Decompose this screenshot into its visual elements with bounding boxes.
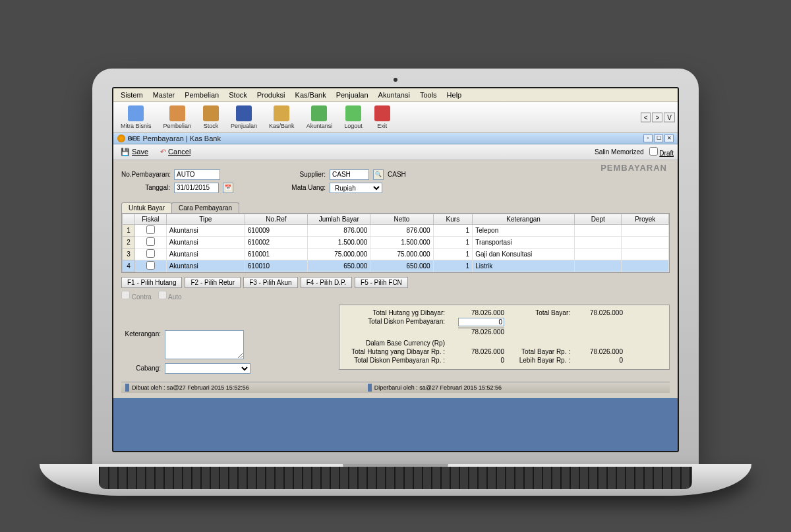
payment-grid[interactable]: Fiskal Tipe No.Ref Jumlah Bayar Netto Ku… — [121, 213, 670, 273]
tool-pembelian[interactable]: Pembelian — [158, 103, 198, 131]
supplier-name: CASH — [388, 171, 406, 178]
bag-icon — [236, 105, 252, 121]
hutang-rp-label: Total Hutang yang Dibayar Rp. : — [346, 348, 445, 355]
books-icon — [169, 105, 185, 121]
total-diskon-input[interactable]: 0 — [458, 318, 504, 326]
menu-sistem[interactable]: Sistem — [116, 90, 148, 100]
tanggal-label: Tanggal: — [121, 184, 170, 191]
menubar: Sistem Master Pembelian Stock Produksi K… — [113, 88, 678, 102]
fiskal-checkbox[interactable] — [146, 225, 155, 234]
cancel-button[interactable]: ↶Cancel — [157, 146, 194, 158]
col-kurs[interactable]: Kurs — [433, 214, 473, 224]
table-row[interactable]: 3Akuntansi61000175.000.00075.000.0001Gaj… — [123, 248, 669, 260]
base-currency-header: Dalam Base Currency (Rp) — [346, 340, 445, 347]
menu-produksi[interactable]: Produksi — [252, 90, 290, 100]
nav-next[interactable]: > — [652, 112, 662, 122]
tool-akuntansi[interactable]: Akuntansi — [301, 103, 339, 131]
currency-select[interactable]: Rupiah — [330, 183, 382, 193]
contra-checkbox: Contra — [121, 291, 152, 301]
fiskal-checkbox[interactable] — [146, 249, 155, 258]
menu-help[interactable]: Help — [442, 90, 467, 100]
menu-akuntansi[interactable]: Akuntansi — [374, 90, 415, 100]
f4-pilih-dp[interactable]: F4 - Pilih D.P. — [301, 277, 352, 288]
tool-stock[interactable]: Stock — [197, 103, 225, 131]
col-proyek[interactable]: Proyek — [622, 214, 669, 224]
nav-dropdown[interactable]: V — [664, 112, 675, 122]
col-fiskal[interactable]: Fiskal — [135, 214, 167, 224]
updated-by-value: sa@27 Februari 2015 15:52:56 — [419, 384, 502, 391]
total-bayar-label: Total Bayar: — [517, 309, 570, 316]
logo-icon — [117, 134, 125, 142]
tool-kasbank[interactable]: Kas/Bank — [263, 103, 301, 131]
no-pembayaran-label: No.Pembayaran: — [121, 171, 170, 178]
menu-master[interactable]: Master — [148, 90, 180, 100]
menu-tools[interactable]: Tools — [415, 90, 442, 100]
tool-mitra-bisnis[interactable]: Mitra Bisnis — [115, 103, 158, 131]
col-noref[interactable]: No.Ref — [245, 214, 307, 224]
cancel-icon: ↶ — [160, 148, 166, 156]
search-icon[interactable]: 🔍 — [373, 169, 384, 180]
minimize-icon[interactable]: ▫ — [643, 134, 653, 142]
col-netto[interactable]: Netto — [370, 214, 433, 224]
menu-kasbank[interactable]: Kas/Bank — [291, 90, 331, 100]
table-row[interactable]: 4Akuntansi610010650.000650.0001Listrik — [123, 260, 669, 272]
close-icon[interactable]: ✕ — [664, 134, 674, 142]
hutang-rp-value: 78.026.000 — [458, 348, 504, 355]
menu-penjualan[interactable]: Penjualan — [332, 90, 373, 100]
table-row[interactable]: 2Akuntansi6100021.500.0001.500.0001Trans… — [123, 236, 669, 248]
window-title: Pembayaran | Kas Bank — [143, 134, 221, 142]
bayar-rp-label: Total Bayar Rp. : — [517, 348, 570, 355]
logo-text: BEE — [128, 135, 140, 142]
total-hutang-label: Total Hutang yg Dibayar: — [346, 309, 445, 316]
action-bar: 💾Save ↶Cancel Salin Memorized Draft — [113, 144, 678, 160]
no-pembayaran-input[interactable] — [174, 169, 220, 180]
tab-cara-pembayaran[interactable]: Cara Pembayaran — [171, 202, 239, 213]
col-tipe[interactable]: Tipe — [166, 214, 245, 224]
menu-pembelian[interactable]: Pembelian — [180, 90, 223, 100]
cabang-label: Cabang: — [121, 365, 161, 372]
power-icon — [374, 105, 390, 121]
menu-stock[interactable]: Stock — [224, 90, 252, 100]
total-bayar-value: 78.026.000 — [583, 309, 623, 316]
tanggal-input[interactable] — [174, 183, 219, 193]
f1-pilih-hutang[interactable]: F1 - Pilih Hutang — [121, 277, 182, 288]
nav-prev[interactable]: < — [641, 112, 651, 122]
tool-exit[interactable]: Exit — [368, 103, 396, 131]
lebih-bayar-value: 0 — [583, 357, 623, 364]
col-jumlah[interactable]: Jumlah Bayar — [308, 214, 370, 224]
save-button[interactable]: 💾Save — [117, 146, 152, 158]
cabang-select[interactable] — [165, 363, 250, 374]
lebih-bayar-label: Lebih Bayar Rp. : — [517, 357, 570, 364]
f3-pilih-akun[interactable]: F3 - Pilih Akun — [243, 277, 297, 288]
keterangan-input[interactable] — [165, 330, 244, 359]
toolbar: Mitra Bisnis Pembelian Stock Penjualan K… — [113, 102, 678, 133]
col-keterangan[interactable]: Keterangan — [473, 214, 575, 224]
supplier-label: Supplier: — [286, 171, 326, 178]
logout-icon — [345, 105, 361, 121]
subtotal-value: 78.026.000 — [458, 328, 504, 336]
diskon-rp-value: 0 — [458, 357, 504, 364]
currency-label: Mata Uang: — [286, 184, 326, 191]
tool-penjualan[interactable]: Penjualan — [225, 103, 263, 131]
fiskal-checkbox[interactable] — [146, 237, 155, 246]
f5-pilih-fcn[interactable]: F5 - Pilih FCN — [355, 277, 408, 288]
col-dept[interactable]: Dept — [575, 214, 622, 224]
draft-checkbox[interactable]: Draft — [649, 147, 674, 157]
supplier-input[interactable] — [330, 169, 369, 180]
memorized-link[interactable]: Salin Memorized — [595, 148, 643, 156]
chart-icon — [311, 105, 327, 121]
fiskal-checkbox[interactable] — [146, 261, 155, 270]
diskon-rp-label: Total Diskon Pembayaran Rp. : — [346, 357, 445, 364]
tool-logout[interactable]: Logout — [338, 103, 368, 131]
people-icon — [128, 105, 144, 121]
total-hutang-value: 78.026.000 — [458, 309, 504, 316]
auto-checkbox: Auto — [158, 291, 182, 301]
statusbar: Dibuat oleh : sa@27 Februari 2015 15:52:… — [121, 382, 670, 393]
maximize-icon[interactable]: ☐ — [654, 134, 663, 142]
f2-pilih-retur[interactable]: F2 - Pilih Retur — [185, 277, 241, 288]
tab-untuk-bayar[interactable]: Untuk Bayar — [121, 202, 172, 213]
content-area: PEMBAYARAN No.Pembayaran: Tanggal: 📅 — [113, 160, 678, 398]
keterangan-label: Keterangan: — [121, 330, 161, 338]
calendar-icon[interactable]: 📅 — [223, 183, 233, 193]
table-row[interactable]: 1Akuntansi610009876.000876.0001Telepon — [123, 224, 669, 236]
